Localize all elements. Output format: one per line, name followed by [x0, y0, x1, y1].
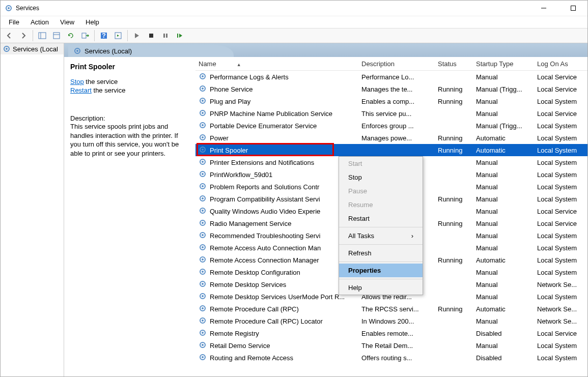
tree-item-services-local[interactable]: Services (Local: [1, 43, 64, 54]
stop-service-button[interactable]: [145, 30, 157, 42]
service-startup: Automatic: [473, 146, 534, 155]
properties-button[interactable]: [50, 30, 63, 42]
context-pause[interactable]: Pause: [339, 184, 423, 198]
service-name: Phone Service: [210, 85, 253, 93]
selected-service-name: Print Spooler: [70, 63, 189, 71]
show-hide-tree-button[interactable]: [36, 30, 48, 42]
table-row[interactable]: PowerManages powe...RunningAutomaticLoca…: [195, 132, 587, 144]
help-button[interactable]: ?: [98, 30, 110, 42]
table-row[interactable]: Print SpoolerRunningAutomaticLocal Syste…: [195, 144, 587, 156]
start-service-button[interactable]: [131, 30, 143, 42]
svg-point-31: [202, 136, 204, 138]
context-start[interactable]: Start: [339, 157, 423, 170]
service-logon: Local System: [534, 97, 587, 106]
service-logon: Local System: [534, 292, 587, 302]
table-row[interactable]: Remote Procedure Call (RPC) LocatorIn Wi…: [195, 315, 587, 327]
service-status: [435, 296, 473, 298]
export-button[interactable]: [79, 30, 91, 42]
service-status: [435, 112, 473, 114]
svg-point-1: [8, 7, 10, 9]
service-icon: [199, 219, 207, 228]
action-pane-button[interactable]: [112, 30, 124, 42]
column-description[interactable]: Description: [358, 58, 435, 70]
column-status[interactable]: Status: [435, 58, 473, 70]
table-row[interactable]: Routing and Remote AccessOffers routing …: [195, 352, 587, 364]
maximize-button[interactable]: [563, 1, 583, 15]
service-icon: [199, 268, 207, 277]
column-log-on-as[interactable]: Log On As: [534, 58, 587, 70]
context-restart[interactable]: Restart: [339, 212, 423, 225]
minimize-button[interactable]: [534, 1, 554, 15]
services-icon: [5, 4, 13, 12]
menu-help[interactable]: Help: [80, 17, 104, 27]
list-header: Name▲ Description Status Startup Type Lo…: [195, 57, 587, 71]
svg-text:?: ?: [102, 32, 106, 39]
table-row[interactable]: Retail Demo ServiceThe Retail Dem...Manu…: [195, 339, 587, 352]
service-logon: Local System: [534, 243, 587, 253]
column-startup-type[interactable]: Startup Type: [473, 58, 534, 70]
service-status: Running: [435, 194, 473, 204]
service-name: Recommended Troubleshooting Servi: [210, 232, 321, 240]
context-help[interactable]: Help: [339, 281, 423, 295]
service-status: [435, 173, 473, 176]
table-row[interactable]: Phone ServiceManages the te...RunningMan…: [195, 83, 587, 95]
service-name: Printer Extensions and Notifications: [210, 159, 314, 166]
service-startup: Disabled: [473, 353, 534, 363]
service-logon: Local System: [534, 353, 587, 363]
service-name: PNRP Machine Name Publication Service: [210, 110, 332, 118]
forward-button[interactable]: [17, 30, 30, 42]
service-logon: Local System: [534, 231, 587, 241]
context-stop[interactable]: Stop: [339, 170, 423, 184]
restart-service-button[interactable]: [174, 30, 186, 42]
titlebar: Services: [1, 1, 587, 16]
service-logon: Network Se...: [534, 316, 587, 326]
service-name: Program Compatibility Assistant Servi: [210, 195, 320, 203]
tab-services-local[interactable]: Services (Local): [68, 45, 234, 57]
pause-service-button[interactable]: [159, 30, 172, 42]
menu-action[interactable]: Action: [25, 17, 54, 27]
stop-link[interactable]: Stop: [70, 78, 84, 85]
context-resume[interactable]: Resume: [339, 198, 423, 212]
svg-point-43: [202, 210, 204, 212]
svg-point-53: [202, 271, 204, 273]
service-name: Retail Demo Service: [210, 342, 270, 350]
back-button[interactable]: [3, 30, 15, 42]
service-logon: Local System: [534, 121, 587, 131]
refresh-button[interactable]: [65, 30, 77, 42]
service-startup: Manual: [473, 207, 534, 216]
table-row[interactable]: Remote Procedure Call (RPC)The RPCSS ser…: [195, 303, 587, 315]
service-desc: Enforces group ...: [358, 121, 435, 131]
separator: [339, 279, 423, 279]
services-icon: [3, 45, 11, 53]
menu-file[interactable]: File: [4, 17, 24, 27]
table-row[interactable]: Remote RegistryEnables remote...Disabled…: [195, 327, 587, 339]
service-desc: Performance Lo...: [358, 72, 435, 82]
service-startup: Manual: [473, 316, 534, 326]
svg-point-21: [202, 75, 204, 77]
service-logon: Local System: [534, 170, 587, 180]
menu-view[interactable]: View: [55, 17, 79, 27]
service-icon: [199, 170, 207, 180]
service-name: Quality Windows Audio Video Experie: [210, 208, 320, 215]
service-icon: [199, 109, 207, 119]
service-icon: [199, 158, 207, 167]
svg-rect-8: [82, 33, 86, 38]
service-desc: Manages the te...: [358, 84, 435, 94]
restart-link[interactable]: Restart: [70, 86, 92, 94]
service-status: Running: [435, 255, 473, 265]
column-name[interactable]: Name▲: [195, 58, 358, 70]
context-refresh[interactable]: Refresh: [339, 246, 423, 260]
table-row[interactable]: PNRP Machine Name Publication ServiceThi…: [195, 107, 587, 120]
service-startup: Manual: [473, 268, 534, 277]
context-all-tasks[interactable]: All Tasks›: [339, 229, 423, 243]
svg-point-19: [76, 50, 78, 52]
service-logon: Local System: [534, 182, 587, 192]
table-row[interactable]: Performance Logs & AlertsPerformance Lo.…: [195, 71, 587, 83]
service-icon: [199, 280, 207, 289]
service-logon: Local System: [534, 341, 587, 351]
service-status: Running: [435, 97, 473, 106]
context-properties[interactable]: Properties: [339, 264, 423, 277]
table-row[interactable]: Plug and PlayEnables a comp...RunningMan…: [195, 95, 587, 107]
table-row[interactable]: Portable Device Enumerator ServiceEnforc…: [195, 120, 587, 132]
svg-rect-4: [39, 33, 46, 39]
